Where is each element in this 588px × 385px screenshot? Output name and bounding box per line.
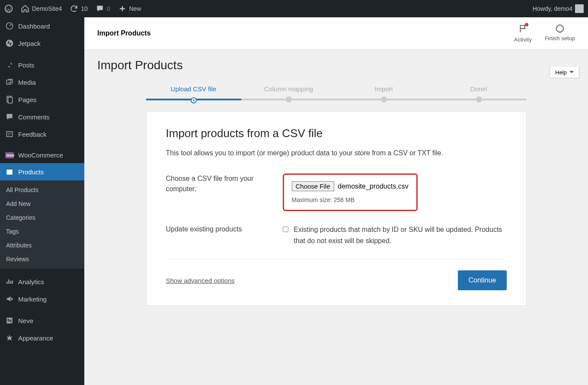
sidebar-item-label: Media <box>18 79 36 86</box>
max-size-hint: Maximum size: 256 MB <box>292 196 409 203</box>
howdy-text: Howdy, demo4 <box>533 5 572 12</box>
update-row: Update existing products Existing produc… <box>166 224 507 246</box>
avatar <box>575 4 584 13</box>
sidebar-item-appearance[interactable]: Appearance <box>0 329 84 346</box>
neve-icon <box>5 316 14 325</box>
sidebar-item-label: Products <box>18 168 44 176</box>
sidebar-item-label: Comments <box>18 113 50 121</box>
sidebar-item-pages[interactable]: Pages <box>0 91 84 108</box>
continue-button[interactable]: Continue <box>458 270 506 290</box>
svg-point-9 <box>556 25 564 32</box>
refresh-icon <box>70 4 78 13</box>
home-icon <box>21 4 29 13</box>
card-description: This tool allows you to import (or merge… <box>166 148 507 158</box>
sub-categories[interactable]: Categories <box>0 211 84 225</box>
comments-count: 0 <box>107 5 110 12</box>
updates-count: 10 <box>81 5 88 12</box>
stepper: Upload CSV file Column mapping Import Do… <box>146 85 527 100</box>
sidebar-item-label: Feedback <box>18 131 47 138</box>
wordpress-icon <box>4 4 13 13</box>
step-upload[interactable]: Upload CSV file <box>146 85 241 100</box>
sidebar-item-neve[interactable]: Neve <box>0 312 84 329</box>
updates-link[interactable]: 10 <box>70 4 88 13</box>
help-tab[interactable]: Help <box>550 67 579 78</box>
sidebar-item-analytics[interactable]: Analytics <box>0 273 84 290</box>
site-name: DemoSite4 <box>32 5 62 12</box>
sidebar-item-label: Appearance <box>18 334 53 342</box>
finish-setup-button[interactable]: Finish setup <box>545 24 575 43</box>
choose-file-label: Choose a CSV file from your computer: <box>166 173 265 194</box>
feedback-icon <box>5 130 14 138</box>
circle-icon <box>555 24 565 33</box>
new-label: New <box>129 5 141 12</box>
update-existing-desc: Existing products that match by ID or SK… <box>294 224 506 246</box>
jetpack-icon <box>5 39 14 48</box>
page-header: Import Products Activity Finish setup <box>84 17 588 50</box>
svg-rect-7 <box>6 170 12 171</box>
update-existing-label: Update existing products <box>166 224 265 234</box>
sidebar-item-marketing[interactable]: Marketing <box>0 290 84 308</box>
dashboard-icon <box>5 22 14 30</box>
sidebar-item-woocommerce[interactable]: wooWooCommerce <box>0 147 84 163</box>
sidebar-item-label: Dashboard <box>18 22 50 30</box>
chevron-down-icon <box>569 71 574 75</box>
appearance-icon <box>5 334 14 342</box>
howdy-link[interactable]: Howdy, demo4 <box>533 4 584 13</box>
sidebar-item-posts[interactable]: Posts <box>0 56 84 74</box>
pin-icon <box>5 61 14 69</box>
file-upload-highlight: Choose File demosite_products.csv Maximu… <box>283 173 418 211</box>
sidebar-item-comments[interactable]: Comments <box>0 108 84 125</box>
marketing-icon <box>5 295 14 303</box>
page-title: Import Products <box>97 58 575 72</box>
finish-setup-label: Finish setup <box>545 35 575 42</box>
comments-icon <box>5 112 14 121</box>
advanced-options-link[interactable]: Show advanced options <box>166 277 235 284</box>
admin-bar: DemoSite4 10 0 New Howdy, demo4 <box>0 0 588 17</box>
choose-file-button[interactable]: Choose File <box>292 181 334 191</box>
comment-icon <box>96 4 104 13</box>
sub-reviews[interactable]: Reviews <box>0 252 84 266</box>
sidebar-item-dashboard[interactable]: Dashboard <box>0 17 84 35</box>
header-title: Import Products <box>97 29 514 37</box>
products-icon <box>5 167 14 176</box>
sidebar-item-feedback[interactable]: Feedback <box>0 125 84 143</box>
sidebar-item-label: Jetpack <box>18 40 41 47</box>
selected-file-name: demosite_products.csv <box>338 183 409 190</box>
help-label: Help <box>555 69 567 76</box>
step-done: Done! <box>431 85 527 100</box>
media-icon <box>5 78 14 87</box>
sidebar-item-label: Neve <box>18 317 33 324</box>
woo-icon: woo <box>5 152 14 158</box>
import-card: Import products from a CSV file This too… <box>146 111 527 306</box>
sidebar-item-media[interactable]: Media <box>0 74 84 91</box>
sidebar-item-jetpack[interactable]: Jetpack <box>0 35 84 52</box>
sub-attributes[interactable]: Attributes <box>0 238 84 252</box>
activity-label: Activity <box>514 36 532 43</box>
site-link[interactable]: DemoSite4 <box>21 4 62 13</box>
wp-logo[interactable] <box>4 4 13 13</box>
sub-tags[interactable]: Tags <box>0 225 84 238</box>
products-submenu: All Products Add New Categories Tags Att… <box>0 180 84 269</box>
step-mapping: Column mapping <box>241 85 336 100</box>
plus-icon <box>118 4 127 13</box>
update-existing-checkbox[interactable] <box>283 225 289 234</box>
svg-point-2 <box>6 40 13 47</box>
sidebar-item-label: Pages <box>18 96 37 103</box>
file-row: Choose a CSV file from your computer: Ch… <box>166 173 507 211</box>
comments-link[interactable]: 0 <box>96 4 110 13</box>
notification-dot <box>525 23 528 26</box>
sidebar-item-label: Posts <box>18 61 35 69</box>
pages-icon <box>5 95 14 104</box>
sidebar-item-products[interactable]: Products <box>0 163 84 180</box>
admin-sidebar: Dashboard Jetpack Posts Media Pages Comm… <box>0 17 84 385</box>
content-area: Import Products Activity Finish setup He… <box>84 17 588 385</box>
svg-rect-6 <box>6 170 12 175</box>
activity-button[interactable]: Activity <box>514 24 532 43</box>
sub-add-new[interactable]: Add New <box>0 197 84 211</box>
step-import: Import <box>336 85 431 100</box>
new-link[interactable]: New <box>118 4 141 13</box>
sidebar-item-label: Marketing <box>18 295 47 303</box>
sub-all-products[interactable]: All Products <box>0 183 84 197</box>
analytics-icon <box>5 277 14 286</box>
sidebar-item-label: Analytics <box>18 278 44 286</box>
